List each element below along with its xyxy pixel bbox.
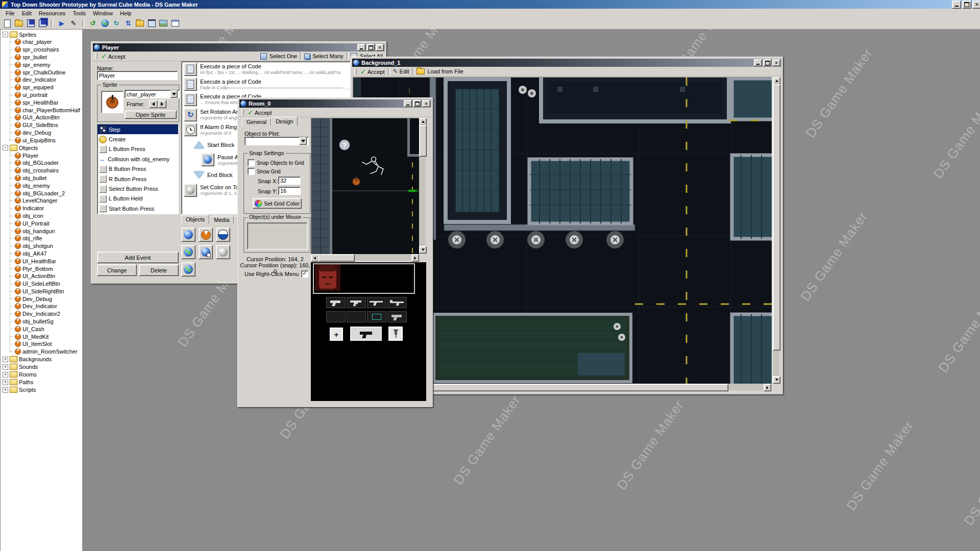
select-many-button[interactable]: Select Many [311,53,345,59]
weapon-slot-uzi[interactable] [347,297,366,308]
tree-item-object[interactable]: UI_Cash [2,325,84,333]
event-row-step[interactable]: Step [97,124,178,134]
save-icon[interactable] [26,18,36,29]
tree-item-object[interactable]: UI_Portrait [2,219,84,227]
edit-button[interactable]: Edit [392,68,410,75]
event-row-select-button-press[interactable]: Select Button Press [97,184,178,193]
maximize-button[interactable] [413,100,421,107]
item-slot-selected[interactable] [367,311,386,322]
tree-item-object[interactable]: obj_AK47 [2,250,84,258]
room-horizontal-scrollbar[interactable] [311,254,419,261]
accept-button[interactable]: Accept [100,53,127,60]
close-button[interactable]: ✕ [972,1,980,9]
tree-item-object[interactable]: UI_ItemSlot [2,340,84,348]
delete-button[interactable]: Delete [139,264,179,276]
tree-item-object[interactable]: LevelChanger [2,197,84,205]
action-row[interactable]: Execute a piece of Codeint fps; - fps = … [182,62,354,77]
tree-item-object[interactable]: obj_bullet [2,174,84,182]
globe-icon[interactable] [100,18,110,29]
tree-item-object[interactable]: UI_SideRightBtn [2,288,84,295]
event-row-l-button-press[interactable]: L Button Press [97,144,178,154]
close-button[interactable]: ✕ [772,59,780,66]
tree-item-object[interactable]: Plyr_Bottom [2,265,84,272]
palette-move-action[interactable] [181,228,195,242]
snap-y-input[interactable] [278,187,301,195]
weapon-slot-empty[interactable] [347,311,366,322]
tree-root-collapsed[interactable]: + Sounds [2,363,84,371]
save-all-icon[interactable] [37,18,47,29]
events-list[interactable]: Step Create L Button Press Collision wit… [97,124,179,214]
tree-root-collapsed[interactable]: + Scripts [2,386,84,394]
tree-item-object[interactable]: Dev_Indicator2 [2,310,84,318]
export-folder-icon[interactable] [135,18,145,29]
tab-design[interactable]: Design [271,117,298,126]
menu-item[interactable]: Tools [69,10,89,17]
new-icon[interactable] [2,18,12,29]
tab-general[interactable]: General [242,118,271,126]
add-item-button[interactable]: + [330,328,343,341]
tree-item-object[interactable]: Player [2,152,84,159]
tab-media[interactable]: Media [209,216,234,224]
sort-icon[interactable]: ⇅ [123,18,133,29]
object-to-plot-combobox[interactable] [244,137,309,145]
weapon-slot-pistol[interactable] [326,297,346,308]
tree-item-sprite[interactable]: spr_ChalkOutline [2,68,84,76]
tree-root-objects[interactable]: − Objects [2,144,84,152]
tree-item-sprite[interactable]: ui_EquipBtns [2,136,84,144]
run-icon[interactable]: ▶ [57,18,67,29]
weapon-slot-empty[interactable] [326,311,346,322]
minimize-button[interactable] [754,59,762,66]
palette-sprite-action[interactable] [199,228,213,242]
table-icon[interactable] [170,18,180,29]
expand-toggle-icon[interactable]: + [3,387,8,393]
build-icon[interactable]: ✎ [68,18,79,29]
tree-item-sprite[interactable]: spr_bullet [2,54,84,61]
combobox-dropdown-icon[interactable] [170,90,178,98]
tree-item-object[interactable]: Dev_Indicator [2,303,84,310]
tree-item-object[interactable]: obj_shotgun [2,242,84,250]
menu-item[interactable]: Edit [18,10,35,17]
tree-item-object[interactable]: obj_crosshairs [2,167,84,174]
accept-button[interactable]: Accept [359,68,386,76]
weapon-slot-shotgun[interactable] [367,297,386,308]
sprite-combobox[interactable]: char_player [125,90,180,98]
minimize-button[interactable] [952,1,961,9]
tree-item-sprite[interactable]: spr_HealthBar [2,98,84,106]
show-grid-checkbox[interactable] [248,168,255,175]
tree-item-object[interactable]: UI_HealthBar [2,257,84,265]
tree-item-sprite[interactable]: GUI_SideBtns [2,121,84,129]
vertical-scrollbar[interactable] [773,77,779,384]
maximize-button[interactable] [962,1,971,9]
snap-objects-checkbox[interactable] [248,159,255,166]
combobox-dropdown-icon[interactable] [299,137,307,145]
window-layout-icon[interactable] [146,18,157,29]
change-button[interactable]: Change [97,264,137,276]
add-event-button[interactable]: Add Event [97,252,179,263]
load-from-file-button[interactable]: Load from File [427,68,464,74]
expand-toggle-icon[interactable]: + [3,364,8,370]
tab-objects[interactable]: Objects [181,215,209,224]
palette-globe-action[interactable] [181,245,195,259]
palette-half-sphere-action[interactable] [216,228,230,242]
event-row-collision[interactable]: Collision with obj_enemy [97,154,178,164]
tree-item-sprite[interactable]: ui_portrait [2,91,84,99]
frame-prev-button[interactable] [149,100,158,108]
tree-item-object[interactable]: obj_icon [2,212,84,220]
tree-item-object[interactable]: obj_BGLoader [2,159,84,167]
weapon-slot-pistol2[interactable] [387,311,407,322]
undo-icon[interactable]: ↺ [88,18,98,29]
set-grid-color-button[interactable]: Set Grid Color [253,198,302,209]
tree-item-sprite[interactable]: char_PlayerBottomHalf [2,106,84,114]
tree-item-object[interactable]: obj_enemy [2,182,84,189]
open-folder-icon[interactable] [14,18,24,29]
image-icon[interactable] [158,18,168,29]
tree-item-object[interactable]: obj_rifle [2,235,84,242]
tree-item-object[interactable]: UI_SideLeftBtn [2,280,84,288]
tree-item-sprite[interactable]: spr_equiped [2,84,84,91]
maximize-button[interactable] [763,59,771,66]
action-row[interactable]: Execute a piece of CodeFade in Code=====… [182,77,354,92]
tree-item-object[interactable]: obj_bulletSg [2,318,84,325]
event-row-l-button-held[interactable]: L Button Held [97,194,178,204]
tree-root-sprites[interactable]: − Sprites [2,31,84,38]
expand-toggle-icon[interactable]: + [3,357,8,362]
